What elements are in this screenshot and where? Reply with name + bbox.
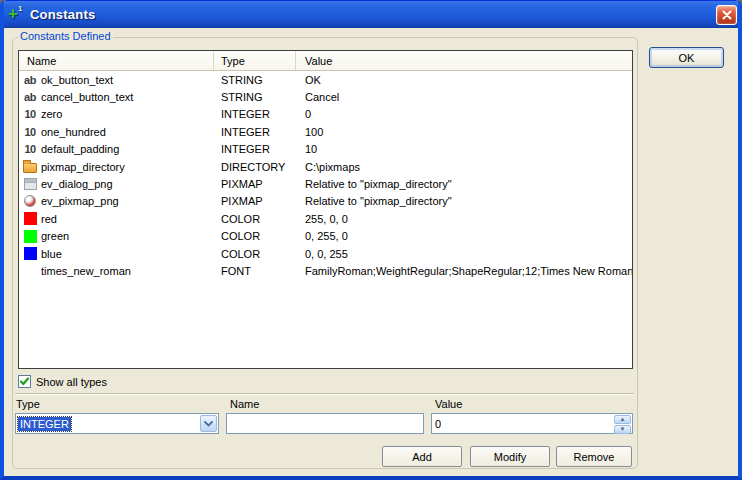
checkbox-box: [18, 375, 31, 388]
name-label: Name: [230, 398, 259, 410]
cell-type: PIXMAP: [214, 195, 296, 207]
integer-glyph: 10: [24, 126, 35, 138]
table-row[interactable]: blueCOLOR0, 0, 255: [19, 245, 632, 262]
cell-type: FONT: [214, 265, 296, 277]
constant-name: pixmap_directory: [41, 161, 125, 173]
cell-type: COLOR: [214, 230, 296, 242]
cell-name: pixmap_directory: [19, 160, 214, 174]
check-icon: [19, 376, 30, 387]
integer-icon: 10: [22, 125, 38, 139]
cell-value: 0: [296, 108, 632, 120]
cell-name: abcancel_button_text: [19, 90, 214, 104]
column-header-value[interactable]: Value: [296, 51, 632, 70]
constant-name: ev_pixmap_png: [41, 195, 119, 207]
remove-button[interactable]: Remove: [556, 446, 632, 467]
value-label: Value: [435, 398, 462, 410]
ok-button[interactable]: OK: [649, 47, 724, 68]
table-row[interactable]: 10zeroINTEGER0: [19, 106, 632, 123]
name-input[interactable]: [226, 413, 424, 434]
cell-value: Relative to "pixmap_directory": [296, 195, 632, 207]
folder-icon: [22, 160, 38, 174]
integer-icon: 10: [22, 107, 38, 121]
no-icon: [22, 264, 38, 278]
combobox-dropdown-button[interactable]: [200, 415, 217, 432]
cell-name: ev_dialog_png: [19, 177, 214, 191]
constant-name: blue: [41, 248, 62, 260]
cell-name: green: [19, 229, 214, 243]
cell-type: DIRECTORY: [214, 161, 296, 173]
spin-up-button[interactable]: ▲: [614, 415, 631, 424]
table-row[interactable]: pixmap_directoryDIRECTORYC:\pixmaps: [19, 158, 632, 175]
column-header-name[interactable]: Name: [19, 51, 214, 70]
groupbox-caption: Constants Defined: [18, 30, 113, 42]
cell-type: PIXMAP: [214, 178, 296, 190]
cell-type: STRING: [214, 91, 296, 103]
cell-value: OK: [296, 74, 632, 86]
table-row[interactable]: 10default_paddingINTEGER10: [19, 141, 632, 158]
window-title: Constants: [30, 7, 95, 22]
show-all-types-checkbox[interactable]: Show all types: [18, 375, 107, 388]
string-icon: ab: [22, 90, 38, 104]
pixmap-icon: [22, 194, 38, 208]
color-swatch: [24, 247, 37, 260]
constant-name: times_new_roman: [41, 265, 131, 277]
type-combobox[interactable]: INTEGER: [15, 413, 219, 434]
type-label: Type: [16, 398, 40, 410]
table-row[interactable]: abok_button_textSTRINGOK: [19, 71, 632, 88]
constants-dialog: +1 Constants Constants Defined NameTypeV…: [0, 0, 742, 480]
cell-name: 10one_hundred: [19, 125, 214, 139]
color-swatch: [24, 212, 37, 225]
folder-shape: [23, 163, 37, 173]
constant-name: zero: [41, 108, 62, 120]
add-button[interactable]: Add: [382, 446, 462, 467]
string-glyph: ab: [24, 91, 36, 103]
cell-value: FamilyRoman;WeightRegular;ShapeRegular;1…: [296, 265, 632, 277]
constant-name: ok_button_text: [41, 74, 113, 86]
cell-name: abok_button_text: [19, 73, 214, 87]
table-body: abok_button_textSTRINGOKabcancel_button_…: [19, 71, 632, 280]
column-header-type[interactable]: Type: [214, 51, 296, 70]
cell-value: 255, 0, 0: [296, 213, 632, 225]
cell-name: times_new_roman: [19, 264, 214, 278]
close-icon: [722, 10, 732, 20]
app-icon: +1: [8, 5, 26, 23]
table-row[interactable]: greenCOLOR0, 255, 0: [19, 228, 632, 245]
integer-glyph: 10: [24, 108, 35, 120]
dialog-pixmap-icon: [22, 177, 38, 191]
constant-name: one_hundred: [41, 126, 106, 138]
ball-shape: [24, 195, 36, 207]
constant-name: green: [41, 230, 69, 242]
table-row[interactable]: ev_pixmap_pngPIXMAPRelative to "pixmap_d…: [19, 193, 632, 210]
spin-down-button[interactable]: ▼: [614, 425, 631, 434]
dialog-shape: [24, 178, 37, 190]
table-row[interactable]: times_new_romanFONTFamilyRoman;WeightReg…: [19, 262, 632, 279]
close-button[interactable]: [716, 5, 737, 25]
value-spinner: ▲ ▼: [614, 415, 631, 432]
chevron-down-icon: [204, 421, 213, 427]
table-row[interactable]: redCOLOR255, 0, 0: [19, 210, 632, 227]
title-bar[interactable]: +1 Constants: [0, 0, 742, 28]
table-row[interactable]: abcancel_button_textSTRINGCancel: [19, 88, 632, 105]
color-swatch: [24, 230, 37, 243]
value-spinbox: ▲ ▼: [431, 413, 633, 434]
cell-type: INTEGER: [214, 108, 296, 120]
cell-name: 10default_padding: [19, 142, 214, 156]
cell-value: 10: [296, 143, 632, 155]
modify-button[interactable]: Modify: [470, 446, 550, 467]
table-row[interactable]: ev_dialog_pngPIXMAPRelative to "pixmap_d…: [19, 175, 632, 192]
value-input[interactable]: [432, 414, 613, 433]
cell-name: blue: [19, 247, 214, 261]
cell-value: Relative to "pixmap_directory": [296, 178, 632, 190]
table-row[interactable]: 10one_hundredINTEGER100: [19, 123, 632, 140]
cell-type: INTEGER: [214, 143, 296, 155]
cell-name: red: [19, 212, 214, 226]
cell-type: STRING: [214, 74, 296, 86]
color-swatch-icon: [22, 229, 38, 243]
constant-name: default_padding: [41, 143, 119, 155]
constant-name: red: [41, 213, 57, 225]
cell-value: 0, 255, 0: [296, 230, 632, 242]
integer-glyph: 10: [24, 143, 35, 155]
integer-icon: 10: [22, 142, 38, 156]
color-swatch-icon: [22, 247, 38, 261]
cell-name: ev_pixmap_png: [19, 194, 214, 208]
